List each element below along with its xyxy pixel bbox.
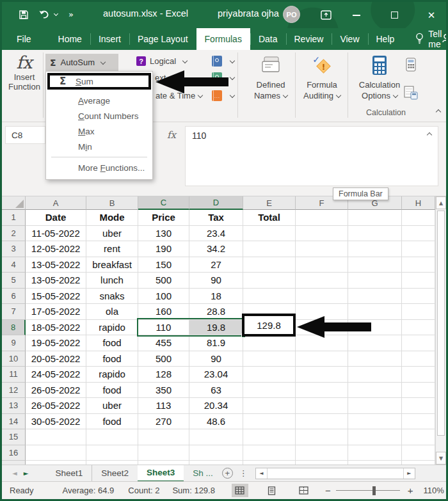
cell-C12[interactable]: 350 xyxy=(138,383,189,399)
cell-B5[interactable]: lunch xyxy=(86,273,138,289)
cell-F4[interactable] xyxy=(296,257,348,273)
sheet-options-icon[interactable]: ⋮ xyxy=(239,468,248,478)
cell-E4[interactable] xyxy=(243,257,296,273)
defined-names-button[interactable]: Defined Names xyxy=(248,55,294,101)
page-layout-view-button[interactable] xyxy=(264,484,280,497)
row-header-8[interactable]: 8 xyxy=(2,320,26,336)
menu-item-max[interactable]: Max xyxy=(46,123,152,139)
cell-A2[interactable]: 11-05-2022 xyxy=(26,226,86,242)
select-all-corner[interactable] xyxy=(2,196,26,210)
cell-A1[interactable]: Date xyxy=(26,210,86,226)
cell-D10[interactable]: 90 xyxy=(189,351,243,367)
cell-G14[interactable] xyxy=(348,414,402,430)
cell-A16[interactable] xyxy=(26,445,86,461)
cell-A3[interactable]: 12-05-2022 xyxy=(26,241,86,257)
row-header-13[interactable]: 13 xyxy=(2,398,26,414)
cell-B1[interactable]: Mode xyxy=(86,210,138,226)
cell-A10[interactable]: 20-05-2022 xyxy=(26,351,86,367)
chevron-down-icon[interactable] xyxy=(230,93,235,98)
tab-page-layout[interactable]: Page Layout xyxy=(129,28,196,50)
menu-item-sum[interactable]: ΣSum xyxy=(47,73,151,90)
maximize-button[interactable] xyxy=(382,2,406,28)
new-sheet-icon[interactable]: + xyxy=(222,468,233,479)
cell-B13[interactable]: uber xyxy=(86,398,138,414)
row-header-3[interactable]: 3 xyxy=(2,241,26,257)
cell-F5[interactable] xyxy=(296,273,348,289)
cell-A8[interactable]: 18-05-2022 xyxy=(26,320,86,336)
cell-E9[interactable] xyxy=(243,335,296,351)
chevron-down-icon[interactable] xyxy=(230,75,235,80)
cell-G1[interactable] xyxy=(348,210,402,226)
cell-G4[interactable] xyxy=(348,257,402,273)
tab-help[interactable]: Help xyxy=(368,28,403,50)
cell-B16[interactable] xyxy=(86,445,138,461)
cell-G5[interactable] xyxy=(348,273,402,289)
cell-D2[interactable]: 23.4 xyxy=(189,226,243,242)
row-header-10[interactable]: 10 xyxy=(2,351,26,367)
row-header-15[interactable]: 15 xyxy=(2,429,26,445)
calculation-options-button[interactable]: Calculation Options xyxy=(354,55,405,101)
row-header-7[interactable]: 7 xyxy=(2,304,26,320)
tab-review[interactable]: Review xyxy=(286,28,332,50)
scroll-right-icon[interactable]: ► xyxy=(403,468,415,479)
page-break-view-button[interactable] xyxy=(296,484,312,497)
row-header-4[interactable]: 4 xyxy=(2,257,26,273)
cell-F2[interactable] xyxy=(296,226,348,242)
save-icon[interactable] xyxy=(19,10,29,20)
cell-H8[interactable] xyxy=(402,320,435,336)
col-header-A[interactable]: A xyxy=(26,196,86,210)
cell-H11[interactable] xyxy=(402,367,435,383)
tab-file[interactable]: File xyxy=(8,28,40,50)
tell-me[interactable]: Tell me xyxy=(415,28,442,50)
cell-A15[interactable] xyxy=(26,429,86,445)
cell-D3[interactable]: 34.2 xyxy=(189,241,243,257)
formula-auditing-button[interactable]: !✓ Formula Auditing xyxy=(298,55,346,101)
cell-D4[interactable]: 27 xyxy=(189,257,243,273)
chevron-down-icon[interactable] xyxy=(230,58,235,63)
account-name[interactable]: priyabrata ojha xyxy=(218,8,279,19)
cell-B14[interactable]: food xyxy=(86,414,138,430)
zoom-slider-handle[interactable] xyxy=(372,486,376,495)
cell-B10[interactable]: food xyxy=(86,351,138,367)
cell-D6[interactable]: 18 xyxy=(189,289,243,305)
zoom-slider[interactable] xyxy=(336,490,400,491)
cell-E3[interactable] xyxy=(243,241,296,257)
cell-A5[interactable]: 13-05-2022 xyxy=(26,273,86,289)
cell-H13[interactable] xyxy=(402,398,435,414)
cell-F12[interactable] xyxy=(296,383,348,399)
cell-D16[interactable] xyxy=(189,445,243,461)
menu-item-min[interactable]: Min xyxy=(46,139,152,154)
cell-C8[interactable]: 110 xyxy=(138,320,189,336)
calculate-sheet-icon[interactable] xyxy=(404,86,418,102)
cell-E13[interactable] xyxy=(243,398,296,414)
avatar[interactable]: PO xyxy=(283,6,300,23)
minimize-button[interactable] xyxy=(344,2,369,28)
row-header-11[interactable]: 11 xyxy=(2,367,26,383)
cell-H9[interactable] xyxy=(402,335,435,351)
cell-D7[interactable]: 28.8 xyxy=(189,304,243,320)
tab-home[interactable]: Home xyxy=(50,28,90,50)
cell-C3[interactable]: 190 xyxy=(138,241,189,257)
cell-A14[interactable]: 30-05-2022 xyxy=(26,414,86,430)
cell-E10[interactable] xyxy=(243,351,296,367)
cell-B4[interactable]: breakfast xyxy=(86,257,138,273)
cell-H3[interactable] xyxy=(402,241,435,257)
sheet-tab-sheet3[interactable]: Sheet3 xyxy=(138,465,184,482)
cell-C1[interactable]: Price xyxy=(138,210,189,226)
cell-C6[interactable]: 100 xyxy=(138,289,189,305)
cell-H4[interactable] xyxy=(402,257,435,273)
formula-bar-input[interactable]: 110 xyxy=(185,126,438,186)
cell-A9[interactable]: 19-05-2022 xyxy=(26,335,86,351)
cell-G6[interactable] xyxy=(348,289,402,305)
cell-C16[interactable] xyxy=(138,445,189,461)
cell-D15[interactable] xyxy=(189,429,243,445)
next-sheet-icon[interactable]: ► xyxy=(24,470,29,477)
cell-B8[interactable]: rapido xyxy=(86,320,138,336)
cell-B6[interactable]: snaks xyxy=(86,289,138,305)
cell-E16[interactable] xyxy=(243,445,296,461)
cell-E5[interactable] xyxy=(243,273,296,289)
row-header-12[interactable]: 12 xyxy=(2,383,26,399)
autosum-button[interactable]: Σ AutoSum xyxy=(45,54,118,71)
cell-C11[interactable]: 128 xyxy=(138,367,189,383)
cell-H1[interactable] xyxy=(402,210,435,226)
